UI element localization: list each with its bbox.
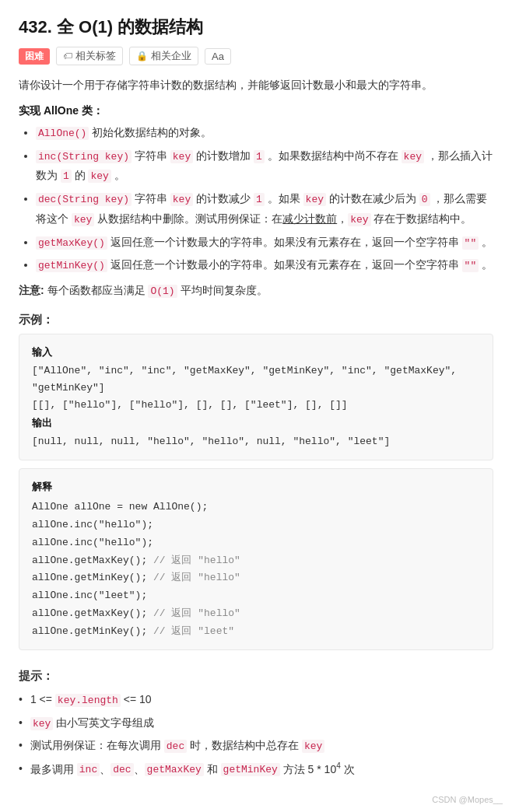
input-line1: ["AllOne", "inc", "inc", "getMaxKey", "g…: [32, 362, 480, 380]
output-label: 输出: [32, 415, 480, 432]
output-value: [null, null, null, "hello", "hello", nul…: [32, 433, 480, 450]
method-inc: inc(String key) 字符串 key 的计数增加 1 。如果数据结构中…: [36, 146, 493, 187]
example-box: 输入 ["AllOne", "inc", "inc", "getMaxKey",…: [19, 334, 493, 460]
example-section: 示例： 输入 ["AllOne", "inc", "inc", "getMaxK…: [19, 313, 493, 650]
exp-line-6: allOne.inc("leet");: [32, 587, 480, 605]
watermark: CSDN @Mopes__: [432, 795, 503, 804]
exp-line-2: allOne.inc("hello");: [32, 516, 480, 534]
hint-3-text: 测试用例保证：在每次调用 dec 时，数据结构中总存在 key: [30, 736, 324, 755]
input-label: 输入: [32, 344, 480, 361]
tags-row: 困难 🏷 相关标签 🔒 相关企业 Aa: [19, 47, 493, 65]
problem-description: 请你设计一个用于存储字符串计数的数据结构，并能够返回计数最小和最大的字符串。: [19, 76, 493, 95]
exp-line-3: allOne.inc("hello");: [32, 534, 480, 552]
input-line2: "getMinKey"]: [32, 380, 480, 397]
explanation-box: 解释 AllOne allOne = new AllOne(); allOne.…: [19, 468, 493, 651]
exp-line-8: allOne.getMinKey(); // 返回 "leet": [32, 623, 480, 641]
hint-1: 1 <= key.length <= 10: [19, 690, 493, 709]
method-list: AllOne() 初始化数据结构的对象。 inc(String key) 字符串…: [19, 123, 493, 275]
hint-2: key 由小写英文字母组成: [19, 713, 493, 733]
method-dec-code: dec(String key): [36, 193, 132, 206]
method-getminkey: getMinKey() 返回任意一个计数最小的字符串。如果没有元素存在，返回一个…: [36, 255, 493, 275]
hint-4-text: 最多调用 inc、dec、getMaxKey 和 getMinKey 方法 5 …: [30, 759, 355, 779]
difficulty-badge: 困难: [19, 48, 50, 65]
hint-1-text: 1 <= key.length <= 10: [30, 690, 152, 709]
method-getmaxkey-code: getMaxKey(): [36, 236, 107, 250]
exp-line-5: allOne.getMinKey(); // 返回 "hello": [32, 569, 480, 587]
input-line3: [[], ["hello"], ["hello"], [], [], ["lee…: [32, 397, 480, 414]
page-title: 432. 全 O(1) 的数据结构: [19, 16, 493, 39]
explanation-label: 解释: [32, 478, 480, 496]
implement-title: 实现 AllOne 类：: [19, 104, 493, 118]
exp-line-7: allOne.getMaxKey(); // 返回 "hello": [32, 605, 480, 623]
method-getmaxkey: getMaxKey() 返回任意一个计数最大的字符串。如果没有元素存在，返回一个…: [36, 233, 493, 253]
hints-title: 提示：: [19, 669, 493, 684]
method-dec: dec(String key) 字符串 key 的计数减少 1 。如果 key …: [36, 189, 493, 229]
exp-line-1: AllOne allOne = new AllOne();: [32, 499, 480, 516]
method-inc-code: inc(String key): [36, 150, 132, 163]
tag-font-size[interactable]: Aa: [205, 48, 231, 65]
tag-related-companies[interactable]: 🔒 相关企业: [129, 47, 198, 65]
font-size-label: Aa: [212, 51, 224, 62]
lock-icon: 🔒: [136, 51, 148, 61]
method-allone-code: AllOne(): [36, 127, 89, 140]
hint-2-text: key 由小写英文字母组成: [30, 713, 154, 733]
method-getminkey-code: getMinKey(): [36, 259, 107, 272]
example-title: 示例：: [19, 313, 493, 327]
tag-related-topics-label: 相关标签: [75, 49, 116, 63]
tag-related-topics[interactable]: 🏷 相关标签: [56, 47, 123, 65]
note: 注意: 每个函数都应当满足 O(1) 平均时间复杂度。: [19, 282, 493, 300]
hints-section: 提示： 1 <= key.length <= 10 key 由小写英文字母组成 …: [19, 669, 493, 779]
tag-icon: 🏷: [63, 51, 72, 61]
hint-3: 测试用例保证：在每次调用 dec 时，数据结构中总存在 key: [19, 736, 493, 755]
exp-line-4: allOne.getMaxKey(); // 返回 "hello": [32, 552, 480, 570]
method-allone: AllOne() 初始化数据结构的对象。: [36, 123, 493, 143]
hint-4: 最多调用 inc、dec、getMaxKey 和 getMinKey 方法 5 …: [19, 759, 493, 779]
tag-related-companies-label: 相关企业: [151, 49, 191, 63]
